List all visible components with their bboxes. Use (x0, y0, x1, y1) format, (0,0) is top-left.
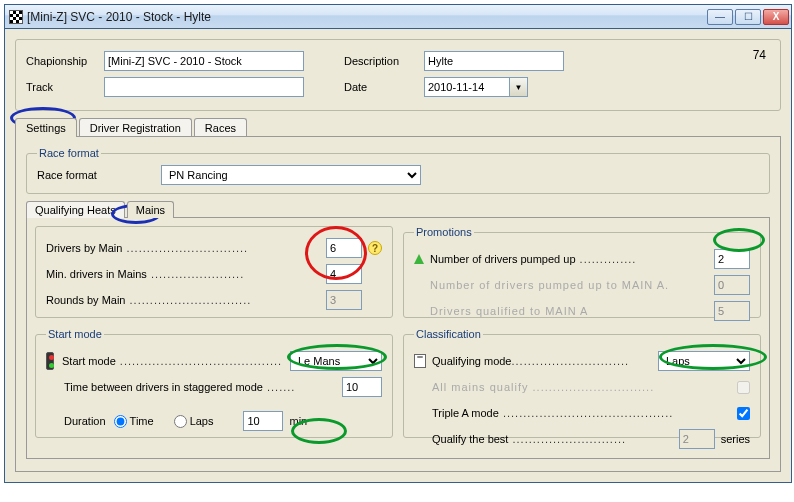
race-format-legend: Race format (37, 147, 101, 159)
minimize-button[interactable]: — (707, 9, 733, 25)
app-icon (9, 10, 23, 24)
duration-unit: min (289, 415, 307, 427)
championship-label: Chapionship (26, 55, 104, 67)
date-dropdown-button[interactable]: ▼ (510, 77, 528, 97)
maximize-button[interactable]: ☐ (735, 9, 761, 25)
date-field[interactable] (424, 77, 510, 97)
help-icon[interactable]: ? (368, 241, 382, 255)
num-pumped-label: Number of drivers pumped up (430, 253, 576, 265)
titlebar: [Mini-Z] SVC - 2010 - Stock - Hylte — ☐ … (5, 5, 791, 29)
race-format-label: Race format (37, 169, 161, 181)
num-pumped-input[interactable] (714, 249, 750, 269)
duration-laps-radio[interactable] (174, 415, 187, 428)
close-button[interactable]: X (763, 9, 789, 25)
rounds-by-main-input (326, 290, 362, 310)
track-label: Track (26, 81, 104, 93)
start-mode-legend: Start mode (46, 328, 104, 340)
clipboard-icon (414, 354, 426, 368)
rounds-by-main-label: Rounds by Main (46, 294, 126, 306)
duration-label: Duration (64, 415, 106, 427)
header-fieldset: 74 Chapionship Description Track Date ▼ (15, 39, 781, 111)
start-mode-fieldset: Start mode Start mode ..................… (35, 328, 393, 438)
start-mode-select[interactable]: Le Mans (290, 351, 382, 371)
race-format-fieldset: Race format Race format PN Rancing (26, 147, 770, 194)
tab-driver-registration[interactable]: Driver Registration (79, 118, 192, 137)
time-between-input[interactable] (342, 377, 382, 397)
start-mode-label: Start mode (62, 355, 116, 367)
series-label: series (721, 433, 750, 445)
qualify-best-label: Qualify the best (432, 433, 508, 445)
qualify-best-input (679, 429, 715, 449)
classification-fieldset: Classification Qualifying mode .........… (403, 328, 761, 438)
all-mains-checkbox (737, 381, 750, 394)
all-mains-label: All mains qualify ......................… (432, 381, 737, 393)
race-format-select[interactable]: PN Rancing (161, 165, 421, 185)
num-pumped-a-input (714, 275, 750, 295)
qualified-a-label: Drivers qualified to MAIN A (430, 305, 714, 317)
arrow-up-icon (414, 254, 424, 264)
window-title: [Mini-Z] SVC - 2010 - Stock - Hylte (27, 10, 707, 24)
championship-field[interactable] (104, 51, 304, 71)
qual-mode-select[interactable]: Laps (658, 351, 750, 371)
track-field[interactable] (104, 77, 304, 97)
min-drivers-input[interactable] (326, 264, 362, 284)
promotions-legend: Promotions (414, 226, 474, 238)
description-field[interactable] (424, 51, 564, 71)
laps-radio-label: Laps (190, 415, 214, 427)
time-radio-label: Time (130, 415, 154, 427)
triple-a-checkbox[interactable] (737, 407, 750, 420)
num-pumped-a-label: Number of drivers pumped up to MAIN A. (430, 279, 714, 291)
subtab-qualifying-heats[interactable]: Qualifying Heats (26, 201, 125, 218)
description-label: Description (344, 55, 424, 67)
traffic-light-icon (46, 352, 54, 370)
classification-legend: Classification (414, 328, 483, 340)
time-between-label: Time between drivers in staggered mode (64, 381, 263, 393)
min-drivers-label: Min. drivers in Mains (46, 268, 147, 280)
promotions-fieldset: Promotions Number of drivers pumped up .… (403, 226, 761, 318)
mains-params-fieldset: Drivers by Main ........................… (35, 226, 393, 318)
record-id: 74 (753, 48, 766, 62)
drivers-by-main-label: Drivers by Main (46, 242, 122, 254)
date-label: Date (344, 81, 424, 93)
drivers-by-main-input[interactable] (326, 238, 362, 258)
duration-time-radio[interactable] (114, 415, 127, 428)
tab-settings[interactable]: Settings (15, 118, 77, 137)
triple-a-label: Triple A mode (432, 407, 499, 419)
qualified-a-input (714, 301, 750, 321)
duration-input[interactable] (243, 411, 283, 431)
qual-mode-label: Qualifying mode (432, 355, 512, 367)
subtab-mains[interactable]: Mains (127, 201, 174, 218)
tab-races[interactable]: Races (194, 118, 247, 137)
